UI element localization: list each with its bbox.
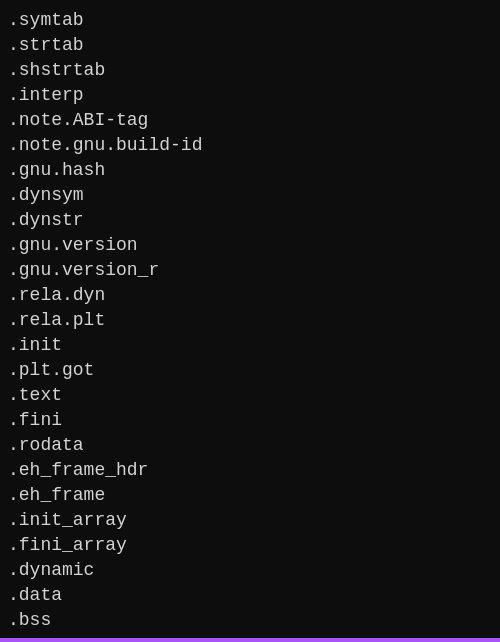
terminal-line: .rela.plt xyxy=(8,308,492,333)
terminal-line: .plt.got xyxy=(8,358,492,383)
terminal-line: .note.gnu.build-id xyxy=(8,133,492,158)
terminal-line: .dynsym xyxy=(8,183,492,208)
terminal-line: .data xyxy=(8,583,492,608)
terminal-line: .text xyxy=(8,383,492,408)
terminal-line: .strtab xyxy=(8,33,492,58)
terminal-line: .gnu.hash xyxy=(8,158,492,183)
terminal-line: .dynamic xyxy=(8,558,492,583)
terminal-window: .symtab.strtab.shstrtab.interp.note.ABI-… xyxy=(0,0,500,642)
terminal-line: .init_array xyxy=(8,508,492,533)
terminal-line: .gnu.version xyxy=(8,233,492,258)
bottom-bar xyxy=(0,638,500,642)
terminal-line: .eh_frame_hdr xyxy=(8,458,492,483)
terminal-line: .rodata xyxy=(8,433,492,458)
terminal-line: .gnu.version_r xyxy=(8,258,492,283)
terminal-line: .shstrtab xyxy=(8,58,492,83)
terminal-line: .bss xyxy=(8,608,492,633)
terminal-line: .init xyxy=(8,333,492,358)
terminal-line: .eh_frame xyxy=(8,483,492,508)
terminal-line: .symtab xyxy=(8,8,492,33)
terminal-line: .rela.dyn xyxy=(8,283,492,308)
terminal-line: .fini_array xyxy=(8,533,492,558)
terminal-line: .note.ABI-tag xyxy=(8,108,492,133)
terminal-line: .fini xyxy=(8,408,492,433)
terminal-line: .dynstr xyxy=(8,208,492,233)
terminal-line: .interp xyxy=(8,83,492,108)
